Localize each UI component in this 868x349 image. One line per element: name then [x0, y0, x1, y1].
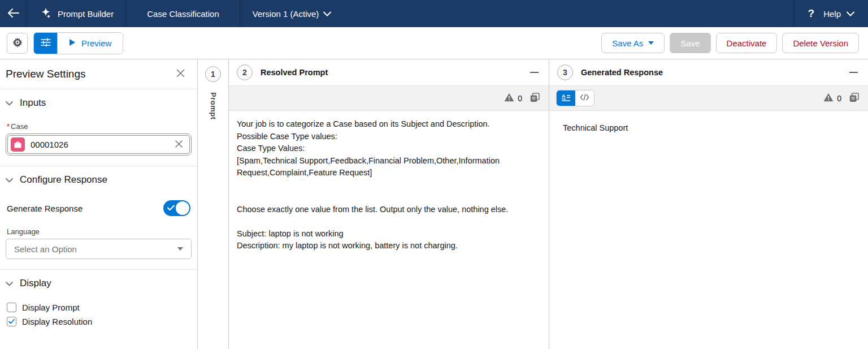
rich-text-icon: A [562, 93, 571, 103]
step-badge: 1 [205, 66, 221, 82]
preview-button[interactable]: Preview [57, 33, 123, 54]
inputs-section: Inputs *Case [0, 89, 197, 166]
preview-settings-toggle-button[interactable] [34, 33, 57, 54]
check-icon [167, 205, 175, 211]
close-icon [176, 69, 185, 79]
display-resolution-option: Display Resolution [7, 317, 190, 326]
toggle-knob [176, 201, 189, 215]
configure-response-toggle[interactable]: Configure Response [6, 174, 192, 186]
preview-settings-panel: Preview Settings Inputs *Case [0, 59, 198, 349]
save-as-label: Save As [612, 38, 643, 48]
code-icon [580, 94, 589, 102]
case-input[interactable] [31, 140, 167, 149]
dropdown-arrow-icon [177, 247, 183, 251]
delete-version-label: Delete Version [793, 38, 848, 48]
language-selected-value: Select an Option [14, 244, 77, 254]
case-lookup-field [6, 133, 192, 156]
warning-counter[interactable]: 0 [504, 93, 522, 104]
prompt-strip[interactable]: 1 Prompt [198, 59, 229, 349]
warning-icon [504, 93, 514, 104]
chevron-down-icon [6, 97, 13, 109]
display-section-title: Display [20, 278, 51, 289]
inputs-section-title: Inputs [20, 97, 46, 109]
einstein-icon [40, 7, 52, 21]
minimize-panel-button[interactable] [849, 72, 858, 73]
help-icon: ? [808, 7, 815, 20]
toolbar-right: Save As Save Deactivate Delete Version [601, 33, 859, 53]
builder-main: Preview Settings Inputs *Case [0, 59, 868, 349]
step-badge: 2 [237, 64, 253, 80]
copy-icon [849, 93, 859, 104]
language-select[interactable]: Select an Option [6, 239, 192, 259]
generated-response-panel: 3 Generated Response A [549, 59, 868, 349]
code-view-button[interactable] [575, 91, 594, 106]
warning-icon [823, 93, 834, 104]
rich-text-view-button[interactable]: A [557, 91, 575, 106]
generate-response-label: Generate Response [7, 204, 83, 213]
warning-count: 0 [837, 94, 841, 103]
save-as-button[interactable]: Save As [601, 33, 665, 53]
display-section: Display Display Prompt Display Resolutio… [0, 270, 197, 337]
close-preview-settings-button[interactable] [174, 67, 187, 81]
display-resolution-label: Display Resolution [22, 317, 92, 326]
case-field-label: *Case [7, 122, 192, 131]
clear-case-button[interactable] [173, 138, 185, 152]
step-badge: 3 [557, 64, 573, 80]
builder-toolbar: Preview Save As Save Deactivate Delete V… [0, 27, 868, 59]
view-mode-group: A [556, 90, 594, 106]
required-marker: * [7, 122, 10, 131]
deactivate-button[interactable]: Deactivate [716, 33, 778, 53]
app-brand: Prompt Builder [27, 0, 127, 27]
check-icon [8, 319, 15, 324]
configure-response-section: Configure Response Generate Response Lan… [0, 166, 197, 269]
nav-spacer [344, 0, 793, 27]
chevron-down-icon [6, 278, 13, 289]
inputs-section-toggle[interactable]: Inputs [6, 97, 192, 109]
preview-settings-header: Preview Settings [0, 59, 197, 89]
chevron-down-icon [847, 11, 854, 16]
close-icon [175, 140, 183, 149]
record-name: Case Classification [127, 0, 240, 27]
generate-response-row: Generate Response [7, 200, 190, 216]
help-menu[interactable]: ? Help [794, 0, 868, 27]
generated-response-title: Generated Response [581, 68, 663, 77]
help-label: Help [823, 9, 841, 19]
play-icon [69, 38, 76, 48]
generated-response-header: 3 Generated Response [549, 59, 868, 86]
version-menu[interactable]: Version 1 (Active) [240, 0, 344, 27]
display-prompt-checkbox[interactable] [7, 303, 16, 312]
warning-counter[interactable]: 0 [823, 93, 841, 104]
resolved-prompt-panel: 2 Resolved Prompt 0 Your job is to cat [229, 59, 549, 349]
copy-button[interactable] [530, 93, 540, 104]
back-arrow-icon [7, 8, 20, 20]
preview-button-group: Preview [33, 32, 123, 54]
minimize-panel-button[interactable] [530, 72, 539, 73]
version-label: Version 1 (Active) [253, 9, 319, 19]
gear-icon [12, 37, 23, 50]
sliders-icon [41, 38, 51, 49]
save-button[interactable]: Save [670, 33, 710, 53]
resolved-prompt-header: 2 Resolved Prompt [229, 59, 549, 86]
generated-response-toolbar: A 0 [549, 86, 868, 111]
resolved-prompt-title: Resolved Prompt [261, 68, 328, 77]
display-resolution-checkbox[interactable] [7, 317, 16, 326]
preview-button-label: Preview [81, 38, 111, 48]
generated-response-text: Technical Support [549, 111, 868, 349]
display-prompt-label: Display Prompt [22, 303, 80, 312]
settings-gear-button[interactable] [7, 33, 28, 54]
top-nav: Prompt Builder Case Classification Versi… [0, 0, 868, 27]
delete-version-button[interactable]: Delete Version [782, 33, 859, 53]
chevron-down-icon [6, 174, 13, 186]
copy-icon [530, 93, 540, 104]
language-label: Language [7, 227, 192, 236]
display-section-toggle[interactable]: Display [6, 278, 192, 289]
save-label: Save [680, 38, 700, 48]
copy-button[interactable] [849, 93, 859, 104]
back-button[interactable] [0, 0, 27, 27]
resolved-prompt-text: Your job is to categorize a Case based o… [229, 111, 549, 349]
warning-count: 0 [518, 94, 522, 103]
configure-response-title: Configure Response [20, 174, 107, 186]
svg-text:A: A [562, 93, 566, 99]
generate-response-toggle[interactable] [163, 200, 190, 216]
chevron-down-icon [323, 11, 331, 16]
